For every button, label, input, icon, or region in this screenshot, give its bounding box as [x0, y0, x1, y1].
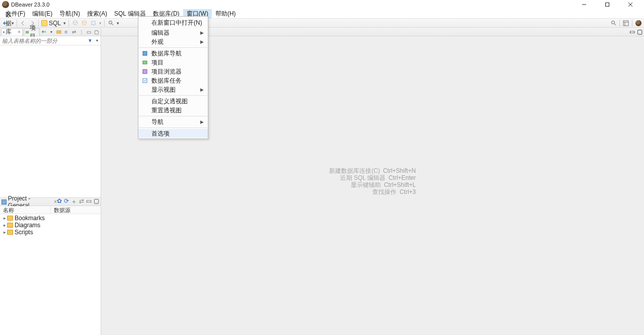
nav-minimize-icon[interactable]: ▭	[86, 29, 92, 35]
hint-key: Ctrl+Enter	[388, 174, 416, 181]
welcome-hints: 新建数据库连接(C)Ctrl+Shift+N 近期 SQL 编辑器Ctrl+En…	[329, 167, 416, 195]
nav-tabstrip: 数据库导航 × 项目 ▾ ≡ ⇄ ⋮ ▭ ▢	[0, 28, 101, 36]
menu-item-label: 项目	[151, 58, 164, 67]
maximize-button[interactable]	[596, 0, 619, 9]
db-nav-icon	[3, 30, 5, 35]
submenu-arrow-icon: ▶	[200, 87, 204, 92]
menu-item[interactable]: 首选项	[138, 129, 208, 138]
tree-item-diagrams[interactable]: ▸Diagrams	[0, 222, 101, 229]
menu-item-label: 数据库导航	[151, 49, 182, 58]
nav-connect-dropdown[interactable]: ▾	[48, 29, 54, 35]
project-link-icon[interactable]: ⇄	[79, 197, 84, 206]
menu-item[interactable]: 数据库任务	[138, 76, 208, 85]
svg-point-8	[109, 21, 112, 24]
app-icon	[2, 1, 9, 8]
menu-item[interactable]: 数据库导航	[138, 49, 208, 58]
tree-item-scripts[interactable]: ▸Scripts	[0, 229, 101, 236]
menu-help[interactable]: 帮助(H)	[212, 9, 239, 19]
nav-maximize-icon[interactable]: ▢	[94, 29, 99, 35]
menu-item[interactable]: 自定义透视图	[138, 97, 208, 106]
twist-icon[interactable]: ▸	[2, 223, 7, 228]
svg-rect-19	[143, 51, 147, 55]
close-button[interactable]	[619, 0, 642, 9]
nav-folder-icon[interactable]	[56, 29, 61, 35]
tasks-icon	[141, 77, 148, 84]
hint-label: 近期 SQL 编辑器	[340, 174, 385, 181]
project-refresh-icon[interactable]: ⟳	[64, 197, 69, 206]
project-panel-header[interactable]: Project - General × ✿ ⟳ ＋ ⇄ ▭ ▢	[0, 198, 101, 206]
menu-item[interactable]: 重置透视图	[138, 106, 208, 115]
submenu-arrow-icon: ▶	[200, 39, 204, 44]
menu-item[interactable]: 项目浏览器	[138, 67, 208, 76]
svg-point-5	[73, 21, 77, 23]
nav-filter-row: ▼ ▾	[0, 36, 101, 45]
left-column: 数据库导航 × 项目 ▾ ≡ ⇄ ⋮ ▭ ▢ ▼ ▾	[0, 28, 101, 335]
perspective-icon[interactable]	[622, 19, 630, 27]
editor-minimize-icon[interactable]: ▭	[629, 28, 635, 35]
project-maximize-icon[interactable]: ▢	[94, 197, 99, 206]
window-menu-popup: 在新窗口中打开(N)编辑器▶外观▶数据库导航项目项目浏览器数据库任务显示视图▶自…	[138, 16, 208, 139]
tab-database-navigator[interactable]: 数据库导航 ×	[1, 28, 23, 36]
sql-editor-dropdown[interactable]: ▾	[62, 19, 66, 27]
project-col-datasource[interactable]: 数据源	[51, 206, 101, 214]
menu-edit[interactable]: 编辑(E)	[29, 9, 56, 19]
commit-icon[interactable]	[71, 19, 79, 27]
tab-close-icon[interactable]: ×	[18, 29, 21, 35]
menu-item[interactable]: 导航▶	[138, 117, 208, 126]
menu-item-label: 重置透视图	[151, 106, 182, 115]
folder-icon	[7, 223, 13, 228]
folder-icon	[7, 216, 13, 221]
menu-item-label: 显示视图	[151, 86, 176, 94]
project-config-icon[interactable]: ✿	[57, 197, 62, 206]
dbeaver-perspective-icon[interactable]	[634, 19, 642, 27]
menu-item[interactable]: 项目	[138, 58, 208, 67]
svg-point-10	[611, 21, 614, 24]
transaction-dropdown[interactable]: ▾	[98, 19, 102, 27]
nav-filter-icon[interactable]: ≡	[63, 29, 69, 35]
nav-filter-funnel-icon[interactable]: ▼	[87, 37, 94, 44]
svg-rect-12	[623, 21, 628, 26]
nav-connect-icon[interactable]	[41, 29, 46, 35]
tree-label: Scripts	[15, 229, 33, 236]
forward-icon[interactable]	[28, 19, 36, 27]
menu-item[interactable]: 显示视图▶	[138, 85, 208, 94]
menu-search[interactable]: 搜索(A)	[84, 9, 111, 19]
editor-maximize-icon[interactable]: ▢	[637, 28, 642, 35]
twist-icon[interactable]: ▸	[2, 216, 7, 221]
nav-link-icon[interactable]: ⇄	[71, 29, 76, 35]
search-dropdown[interactable]: ▾	[116, 19, 120, 27]
menu-item-label: 在新窗口中打开(N)	[151, 19, 202, 27]
nav-filter-dropdown[interactable]: ▾	[94, 37, 101, 44]
project-columns: 名称 数据源	[0, 206, 101, 214]
search-icon[interactable]	[107, 19, 115, 27]
sql-editor-button[interactable]: SQL	[40, 20, 62, 27]
back-icon[interactable]	[19, 19, 27, 27]
hint-label: 查找操作	[372, 188, 396, 195]
quick-access-icon[interactable]	[609, 19, 617, 27]
tree-item-bookmarks[interactable]: ▸Bookmarks	[0, 215, 101, 222]
project-add-icon[interactable]: ＋	[71, 197, 77, 206]
menu-item[interactable]: 外观▶	[138, 37, 208, 46]
tree-label: Diagrams	[15, 222, 40, 229]
project-tree[interactable]: ▸Bookmarks ▸Diagrams ▸Scripts	[0, 214, 101, 335]
project-minimize-icon[interactable]: ▭	[86, 197, 92, 206]
twist-icon[interactable]: ▸	[2, 230, 7, 235]
sql-icon	[41, 20, 47, 26]
hint-key: Ctrl+Shift+N	[383, 167, 416, 174]
project-icon	[26, 30, 29, 35]
menu-item[interactable]: 编辑器▶	[138, 28, 208, 37]
transaction-icon[interactable]	[89, 19, 97, 27]
nav-more-icon[interactable]: ⋮	[78, 29, 84, 35]
menu-navigate[interactable]: 导航(N)	[56, 9, 84, 19]
project-col-name[interactable]: 名称	[0, 206, 51, 214]
nav-filter-input[interactable]	[0, 37, 87, 45]
menu-item-label: 外观	[151, 38, 164, 46]
menu-item[interactable]: 在新窗口中打开(N)	[138, 17, 208, 28]
nav-tree[interactable]	[0, 45, 101, 197]
project-icon	[141, 59, 148, 66]
menu-item-label: 数据库任务	[151, 77, 182, 85]
tab-projects[interactable]: 项目	[24, 28, 40, 36]
rollback-icon[interactable]	[80, 19, 88, 27]
minimize-button[interactable]	[573, 0, 596, 9]
svg-rect-20	[143, 61, 147, 64]
